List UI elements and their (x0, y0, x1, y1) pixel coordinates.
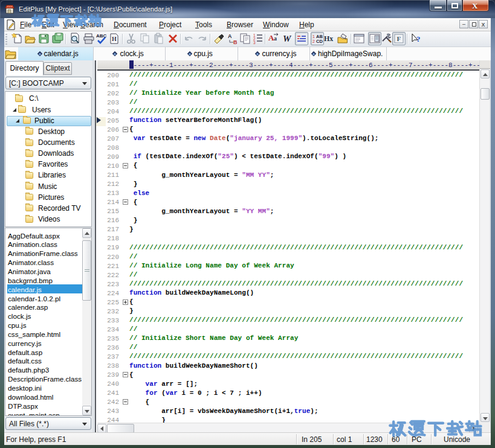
svg-text:F: F (397, 35, 401, 42)
svg-text:2: 2 (312, 39, 315, 43)
svg-text:1: 1 (312, 34, 315, 39)
svg-text:B: B (233, 39, 238, 45)
svg-text:W: W (283, 34, 292, 43)
svg-text:3: 3 (253, 40, 256, 45)
svg-text:a: a (274, 35, 277, 42)
svg-text:A: A (228, 33, 232, 39)
svg-text:H: H (112, 36, 117, 42)
svg-text:CD: CD (316, 39, 323, 44)
svg-text:Hx: Hx (324, 34, 333, 43)
svg-text:?: ? (416, 34, 421, 43)
